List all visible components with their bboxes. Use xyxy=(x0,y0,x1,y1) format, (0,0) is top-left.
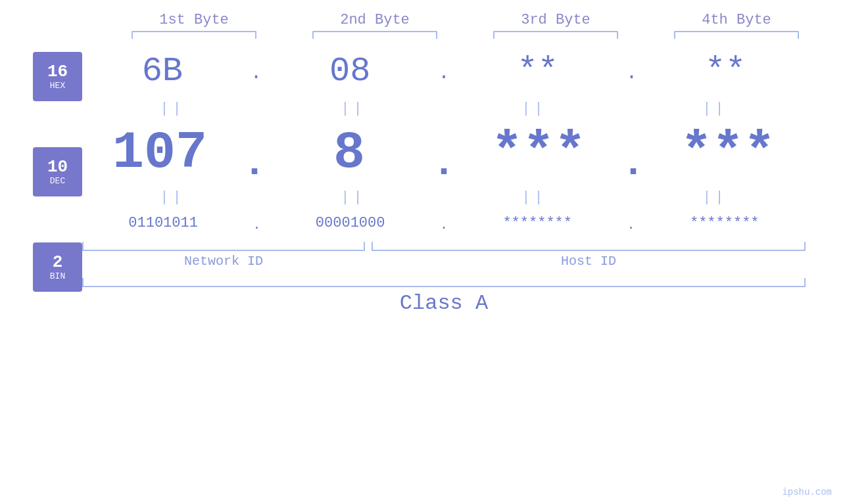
bin-row: 01101011 . 00001000 . ******** . *******… xyxy=(82,208,806,238)
values-area: 6B . 08 . ** . ** || || || || 107 . 8 . xyxy=(82,45,832,315)
dec-val-3: *** xyxy=(466,120,611,186)
hex-dot-1: . xyxy=(251,62,262,84)
eq2-4: || xyxy=(643,189,788,206)
class-bracket-container: Class A xyxy=(82,278,806,315)
content-area: 16 HEX 10 DEC 2 BIN 6B . 08 . ** . ** xyxy=(13,45,832,315)
bin-dot-1: . xyxy=(253,218,260,233)
dec-dot-2: . xyxy=(432,141,456,186)
byte-header-4: 4th Byte xyxy=(664,12,809,28)
eq2-2: || xyxy=(281,189,426,206)
equals-row-2: || || || || xyxy=(82,187,806,207)
bracket-2 xyxy=(312,31,437,39)
network-id-label: Network ID xyxy=(82,254,365,269)
bracket-3 xyxy=(493,31,618,39)
eq-1: || xyxy=(101,101,245,117)
eq2-3: || xyxy=(462,189,607,206)
eq2-1: || xyxy=(101,189,245,206)
network-bracket xyxy=(82,242,365,251)
eq-3: || xyxy=(462,101,607,117)
hex-row: 6B . 08 . ** . ** xyxy=(82,45,806,97)
byte-headers: 1st Byte 2nd Byte 3rd Byte 4th Byte xyxy=(104,0,827,28)
bin-val-1: 01101011 xyxy=(91,208,235,238)
bracket-1 xyxy=(132,31,256,39)
dec-val-4: *** xyxy=(656,120,800,186)
bin-val-3: ******** xyxy=(465,208,610,238)
bracket-4 xyxy=(674,31,799,39)
class-label: Class A xyxy=(82,291,806,315)
main-container: 1st Byte 2nd Byte 3rd Byte 4th Byte 16 H… xyxy=(0,0,845,504)
hex-val-3: ** xyxy=(466,45,610,97)
bin-badge: 2 BIN xyxy=(33,242,82,292)
dec-val-2: 8 xyxy=(277,120,422,186)
hex-dot-2: . xyxy=(438,62,450,84)
hex-val-1: 6B xyxy=(90,45,235,97)
bin-val-2: 00001000 xyxy=(278,208,423,238)
hex-val-4: ** xyxy=(653,45,798,97)
hex-val-2: 08 xyxy=(278,45,422,97)
bin-dot-2: . xyxy=(440,218,448,233)
row-labels: 16 HEX 10 DEC 2 BIN xyxy=(33,45,82,292)
dec-dot-3: . xyxy=(621,141,645,186)
equals-row-1: || || || || xyxy=(82,99,806,118)
byte-header-2: 2nd Byte xyxy=(302,12,447,28)
watermark: ipshu.com xyxy=(782,487,832,497)
eq-4: || xyxy=(643,101,788,117)
id-labels: Network ID Host ID xyxy=(82,254,806,269)
dec-badge: 10 DEC xyxy=(33,147,82,196)
top-brackets xyxy=(104,31,827,39)
eq-2: || xyxy=(281,101,426,117)
bin-val-4: ******** xyxy=(652,208,797,238)
bin-dot-3: . xyxy=(627,218,635,233)
host-id-label: Host ID xyxy=(372,254,806,269)
class-bracket xyxy=(82,278,806,287)
dec-row: 107 . 8 . *** . *** xyxy=(82,120,806,186)
byte-header-1: 1st Byte xyxy=(122,12,266,28)
bottom-brackets xyxy=(82,242,806,251)
dec-val-1: 107 xyxy=(87,120,232,186)
dec-dot-1: . xyxy=(243,141,266,186)
byte-header-3: 3rd Byte xyxy=(483,12,628,28)
host-bracket xyxy=(372,242,806,251)
hex-badge: 16 HEX xyxy=(33,52,82,101)
hex-dot-3: . xyxy=(625,62,637,84)
